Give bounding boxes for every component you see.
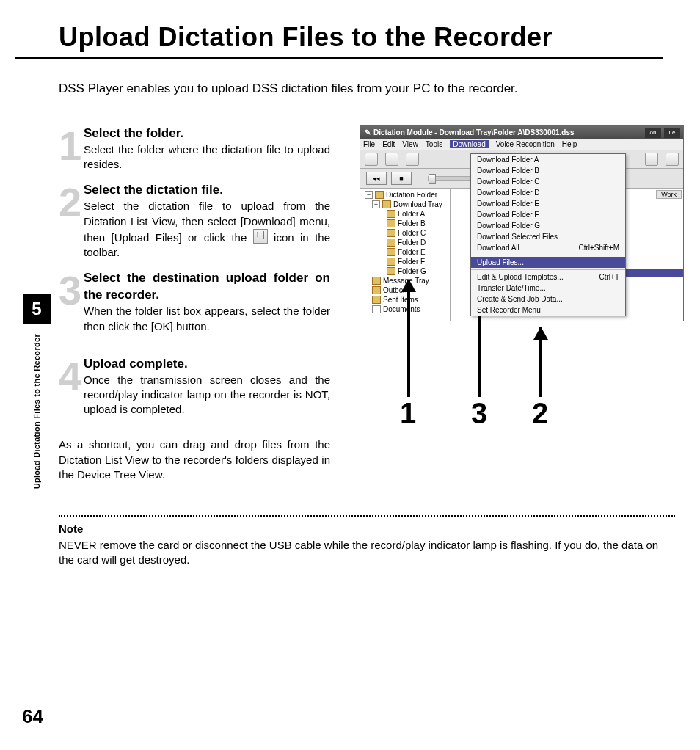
folder-icon <box>387 258 395 266</box>
menu-item[interactable]: Edit & Upload Templates...Ctrl+T <box>471 272 625 283</box>
menu-item[interactable]: Download Folder B <box>471 165 625 176</box>
side-running-head: Upload Dictation Files to the Recorder <box>32 334 41 489</box>
callout-arrow <box>539 327 542 397</box>
rewind-button[interactable]: ◂◂ <box>366 172 387 185</box>
step-body: Select the folder where the dictation fi… <box>84 143 330 170</box>
folder-icon <box>387 248 395 256</box>
menu-voice-recognition[interactable]: Voice Recognition <box>496 140 555 148</box>
callout-number: 1 <box>400 397 416 430</box>
step-body: Once the transmission screen closes and … <box>84 374 330 416</box>
shortcut-text: As a shortcut, you can drag and drop fil… <box>59 437 330 482</box>
menu-item[interactable]: Download Folder F <box>471 209 625 220</box>
callout-number: 3 <box>471 397 487 430</box>
note-heading: Note <box>59 523 663 535</box>
menu-item[interactable]: Download Selected Files <box>471 231 625 242</box>
tree-item[interactable]: Folder E <box>398 247 426 257</box>
status-badge: Le <box>664 128 680 138</box>
folder-icon <box>387 210 395 218</box>
chapter-tab: 5 <box>23 294 51 324</box>
toolbar-button[interactable] <box>406 153 419 166</box>
step-number: 2 <box>59 186 81 260</box>
tree-root[interactable]: Dictation Folder <box>386 190 437 200</box>
step-heading: Select the folder. <box>84 126 183 140</box>
tree-toggle-icon[interactable]: − <box>372 200 380 208</box>
folder-icon <box>372 277 381 285</box>
tree-toggle-icon[interactable]: − <box>365 191 373 199</box>
menu-separator <box>471 269 625 270</box>
page-number: 64 <box>22 705 43 728</box>
upload-toolbar-icon <box>253 229 268 244</box>
tree-item[interactable]: Folder A <box>398 209 425 219</box>
menu-item[interactable]: Transfer Date/Time... <box>471 283 625 294</box>
step-heading: Select the destination upload folder on … <box>84 271 330 302</box>
menu-bar[interactable]: File Edit View Tools Download Voice Reco… <box>360 139 683 150</box>
status-badge: on <box>645 128 661 138</box>
step-number: 4 <box>59 360 81 418</box>
folder-icon <box>372 296 381 304</box>
intro-text: DSS Player enables you to upload DSS dic… <box>59 81 663 96</box>
tree-item[interactable]: Folder G <box>398 266 426 276</box>
folder-tree[interactable]: −Dictation Folder −Download Tray Folder … <box>360 189 451 321</box>
menu-view[interactable]: View <box>402 140 418 148</box>
page-title: Upload Dictation Files to the Recorder <box>15 22 663 59</box>
tree-item[interactable]: Folder F <box>398 257 425 266</box>
step-heading: Upload complete. <box>84 357 188 371</box>
tree-item[interactable]: Folder C <box>398 228 426 238</box>
menu-edit[interactable]: Edit <box>382 140 395 148</box>
toolbar-button[interactable] <box>666 153 679 166</box>
callout-arrow <box>407 280 410 397</box>
window-title: Dictation Module - Download Tray\Folder … <box>373 128 575 136</box>
folder-icon <box>387 229 395 237</box>
menu-file[interactable]: File <box>363 140 375 148</box>
toolbar-button[interactable] <box>365 153 378 166</box>
tree-item[interactable]: Sent Items <box>383 295 418 305</box>
step-body: When the folder list box appears, select… <box>84 305 330 332</box>
note-body: NEVER remove the card or disconnect the … <box>59 538 663 568</box>
column-header[interactable]: Work <box>656 190 682 199</box>
menu-item[interactable]: Create & Send Job Data... <box>471 294 625 305</box>
step-number: 3 <box>59 274 81 333</box>
menu-item[interactable]: Download Folder C <box>471 176 625 187</box>
tree-item[interactable]: Folder D <box>398 238 426 247</box>
stop-button[interactable]: ■ <box>391 172 412 185</box>
menu-item[interactable]: Set Recorder Menu <box>471 305 625 316</box>
step-heading: Select the dictation file. <box>84 183 223 197</box>
menu-item[interactable]: Download Folder E <box>471 198 625 209</box>
toolbar-button[interactable] <box>645 153 658 166</box>
folder-icon <box>372 286 381 294</box>
menu-separator <box>471 255 625 255</box>
folder-icon <box>387 239 395 247</box>
window-titlebar: ✎ Dictation Module - Download Tray\Folde… <box>360 126 683 139</box>
menu-item-upload-files[interactable]: Upload Files... <box>471 257 625 268</box>
menu-item[interactable]: Download Folder D <box>471 187 625 198</box>
menu-download[interactable]: Download <box>450 140 488 148</box>
menu-item[interactable]: Download AllCtrl+Shift+M <box>471 242 625 253</box>
tree-item[interactable]: Folder B <box>398 219 426 228</box>
folder-icon <box>387 267 395 275</box>
app-icon: ✎ <box>365 128 371 136</box>
folder-icon <box>375 191 384 199</box>
document-icon <box>372 305 381 313</box>
tree-item[interactable]: Download Tray <box>393 200 442 209</box>
menu-tools[interactable]: Tools <box>426 140 442 148</box>
menu-item[interactable]: Download Folder A <box>471 154 625 165</box>
callout-number: 2 <box>532 397 548 430</box>
tree-item[interactable]: Documents <box>383 305 420 314</box>
folder-icon <box>387 219 395 227</box>
menu-item[interactable]: Download Folder G <box>471 220 625 231</box>
toolbar-button[interactable] <box>385 153 398 166</box>
step-number: 1 <box>59 130 81 172</box>
folder-icon <box>382 200 391 208</box>
menu-help[interactable]: Help <box>562 140 577 148</box>
download-menu-dropdown[interactable]: Download Folder A Download Folder B Down… <box>470 153 626 316</box>
section-divider <box>59 515 675 517</box>
